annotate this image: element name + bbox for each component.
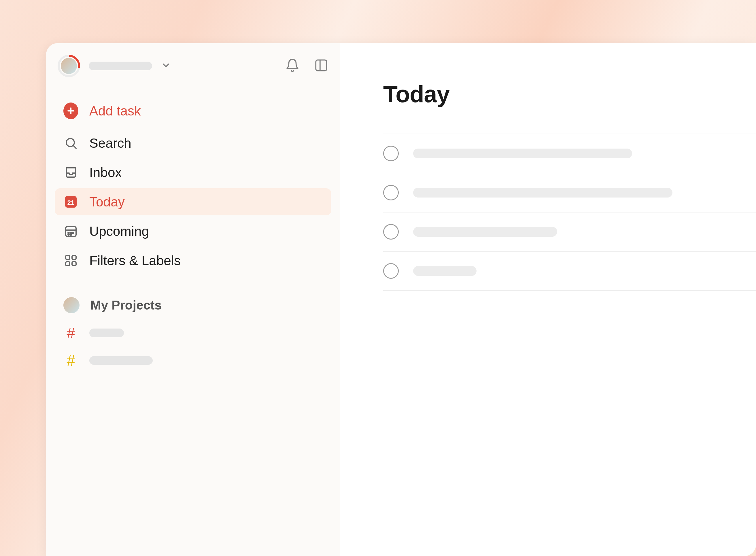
svg-point-12 (73, 232, 74, 234)
avatar (60, 57, 78, 75)
nav-search[interactable]: Search (55, 130, 331, 157)
background-gradient: Add task Search Inbox 21 (0, 0, 756, 556)
app-window: Add task Search Inbox 21 (46, 43, 756, 556)
page-title: Today (383, 81, 756, 108)
search-icon (63, 136, 78, 150)
sidebar: Add task Search Inbox 21 (46, 43, 340, 556)
svg-text:21: 21 (67, 199, 74, 206)
svg-point-10 (68, 232, 69, 234)
chevron-down-icon[interactable] (161, 60, 171, 72)
task-list (383, 134, 756, 291)
avatar-progress-ring[interactable] (58, 55, 80, 77)
workspace-avatar (63, 297, 79, 313)
task-checkbox[interactable] (383, 263, 399, 279)
svg-rect-18 (72, 262, 76, 266)
task-row[interactable] (383, 173, 756, 212)
notifications-icon[interactable] (285, 58, 300, 74)
nav-today[interactable]: 21 Today (55, 188, 331, 215)
add-task-label: Add task (89, 103, 141, 118)
nav-upcoming-label: Upcoming (89, 223, 149, 239)
hash-icon: # (63, 324, 78, 342)
add-task-button[interactable]: Add task (55, 97, 331, 125)
svg-rect-15 (66, 255, 70, 259)
inbox-icon (63, 165, 78, 180)
svg-point-14 (70, 234, 71, 235)
task-row[interactable] (383, 212, 756, 251)
nav-filters[interactable]: Filters & Labels (55, 247, 331, 274)
task-title-placeholder (413, 227, 557, 237)
upcoming-icon (63, 224, 78, 239)
svg-rect-17 (66, 262, 70, 266)
sidebar-nav: Add task Search Inbox 21 (55, 97, 331, 274)
task-title-placeholder (413, 148, 632, 159)
task-title-placeholder (413, 266, 476, 276)
svg-rect-0 (316, 60, 327, 71)
task-checkbox[interactable] (383, 185, 399, 200)
task-checkbox[interactable] (383, 224, 399, 240)
panel-toggle-icon[interactable] (314, 58, 328, 74)
plus-icon (63, 103, 78, 118)
project-name-placeholder (89, 328, 124, 337)
filters-icon (63, 253, 78, 268)
project-item[interactable]: # (55, 347, 331, 374)
svg-point-13 (68, 234, 69, 235)
task-checkbox[interactable] (383, 146, 399, 161)
project-item[interactable]: # (55, 319, 331, 347)
svg-rect-16 (72, 255, 76, 259)
nav-search-label: Search (89, 135, 131, 151)
main-content: Today (340, 43, 756, 556)
task-row[interactable] (383, 134, 756, 173)
sidebar-header-actions (285, 58, 328, 74)
projects-header[interactable]: My Projects (55, 291, 331, 319)
nav-filters-label: Filters & Labels (89, 253, 180, 268)
today-icon: 21 (63, 194, 78, 209)
svg-line-5 (73, 146, 76, 148)
projects-header-label: My Projects (91, 298, 162, 312)
nav-today-label: Today (89, 194, 125, 210)
project-name-placeholder (89, 356, 153, 365)
task-title-placeholder (413, 188, 672, 198)
nav-upcoming[interactable]: Upcoming (55, 218, 331, 245)
sidebar-header (55, 55, 331, 97)
svg-point-11 (70, 232, 71, 234)
nav-inbox-label: Inbox (89, 165, 122, 180)
task-row[interactable] (383, 251, 756, 291)
username-placeholder (89, 62, 152, 70)
hash-icon: # (63, 352, 78, 369)
nav-inbox[interactable]: Inbox (55, 159, 331, 186)
